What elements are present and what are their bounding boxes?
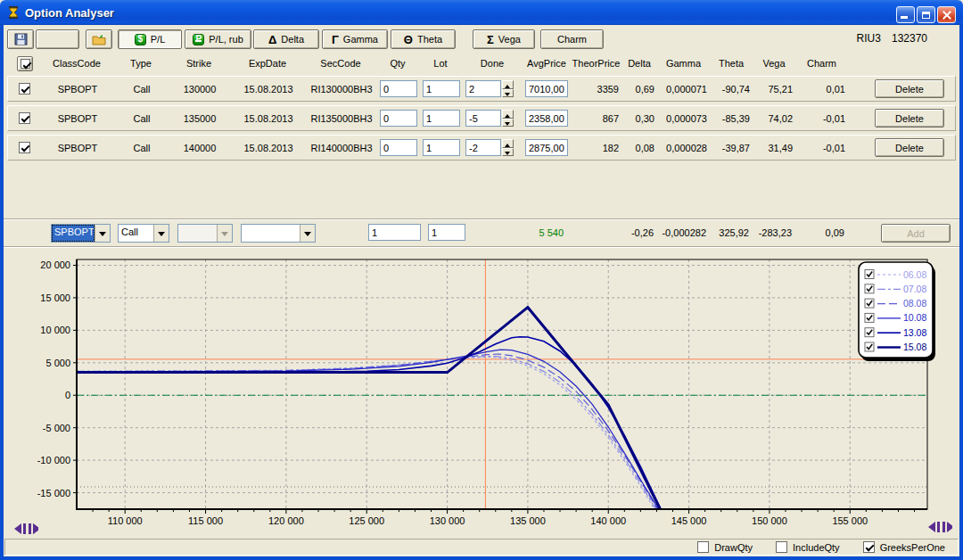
checkbox-greeksperone[interactable] xyxy=(863,541,875,553)
quote-price: 132370 xyxy=(892,32,927,45)
x-tick-label: 125 000 xyxy=(349,515,384,526)
open-folder-icon xyxy=(92,34,106,45)
classcode-select[interactable]: SPBOPT xyxy=(51,224,111,243)
cell-delta: 0,30 xyxy=(622,113,658,124)
add-button[interactable]: Add xyxy=(881,224,951,243)
gamma-icon: Γ xyxy=(332,34,339,45)
tab-vega[interactable]: ΣVega xyxy=(473,29,535,49)
add-qty-input[interactable] xyxy=(368,224,421,241)
spinner-down-icon[interactable] xyxy=(502,89,514,98)
window-border-bottom xyxy=(0,556,963,560)
x-tick-label: 120 000 xyxy=(268,515,304,526)
done-spinner[interactable] xyxy=(502,110,514,127)
open-folder-button[interactable] xyxy=(86,29,112,49)
y-tick-label: -10 000 xyxy=(37,455,70,465)
done-input[interactable] xyxy=(465,139,501,156)
app-icon xyxy=(6,5,21,20)
chevron-down-icon[interactable] xyxy=(300,225,315,242)
cell-vega: 75,21 xyxy=(753,84,796,95)
lot-input[interactable] xyxy=(423,110,460,127)
maximize-button[interactable] xyxy=(917,6,935,23)
done-input[interactable] xyxy=(465,110,501,127)
column-header-strike: Strike xyxy=(168,58,230,69)
done-spinner[interactable] xyxy=(502,80,514,97)
strike-value xyxy=(178,225,217,242)
spinner-up-icon[interactable] xyxy=(502,139,514,148)
scroll-right-icon[interactable] xyxy=(927,522,952,532)
select-all-checkbox[interactable] xyxy=(21,59,30,69)
statusbar-option-includeqty[interactable]: IncludeQty xyxy=(776,541,840,553)
add-lot-input[interactable] xyxy=(428,224,465,241)
qty-input[interactable] xyxy=(380,80,417,97)
tab-label: Delta xyxy=(281,34,304,45)
save-button[interactable] xyxy=(7,29,34,49)
spinner-up-icon[interactable] xyxy=(502,80,514,89)
avgprice-input[interactable] xyxy=(525,80,568,97)
status-bar: DrawQtyIncludeQtyGreeksPerOne xyxy=(4,539,959,556)
delete-button[interactable]: Delete xyxy=(875,79,944,98)
total-charm: 0,09 xyxy=(826,227,844,238)
qty-input[interactable] xyxy=(380,139,417,156)
y-tick-label: 15 000 xyxy=(40,292,70,303)
checkbox-label: GreeksPerOne xyxy=(880,542,945,553)
minimize-button[interactable] xyxy=(896,6,915,23)
done-input[interactable] xyxy=(465,80,501,97)
tab-gamma[interactable]: ΓGamma xyxy=(322,29,388,49)
statusbar-option-drawqty[interactable]: DrawQty xyxy=(697,541,753,553)
avgprice-input[interactable] xyxy=(525,110,568,127)
tab-label: Theta xyxy=(417,34,442,45)
title-bar[interactable]: Option Analyser xyxy=(0,0,963,25)
cell-theorprice: 867 xyxy=(572,113,622,124)
checkbox-includeqty[interactable] xyxy=(776,541,787,553)
qty-input[interactable] xyxy=(380,110,417,127)
tab-charm[interactable]: Charm xyxy=(540,29,604,49)
cell-gamma: 0,000073 xyxy=(658,113,711,124)
cell-vega: 74,02 xyxy=(753,113,796,124)
legend-label: 15.08 xyxy=(903,342,926,352)
column-header-lot: Lot xyxy=(419,58,462,69)
close-button[interactable] xyxy=(937,6,956,23)
tab-theta[interactable]: ΘTheta xyxy=(391,29,456,49)
row-checkbox-cell xyxy=(8,142,40,153)
total-theta: 325,92 xyxy=(719,227,749,238)
type-select[interactable]: Call xyxy=(118,224,169,243)
spinner-down-icon[interactable] xyxy=(502,119,514,128)
tab-delta[interactable]: ΔDelta xyxy=(253,29,319,49)
select-all-button[interactable] xyxy=(17,56,33,71)
x-tick-label: 150 000 xyxy=(752,515,787,526)
legend-label: 06.08 xyxy=(903,269,926,280)
scroll-left-icon[interactable] xyxy=(13,523,38,534)
table-row: SPBOPTCall13000015.08.2013RI130000BH3335… xyxy=(7,76,956,102)
total-gamma: -0,000282 xyxy=(662,227,706,238)
spinner-down-icon[interactable] xyxy=(502,148,514,157)
lot-input[interactable] xyxy=(423,80,460,97)
window-title: Option Analyser xyxy=(25,6,114,20)
total-delta: -0,26 xyxy=(631,227,654,238)
legend-label: 13.08 xyxy=(903,327,926,338)
row-checkbox[interactable] xyxy=(19,142,30,153)
y-tick-label: 0 xyxy=(65,390,70,400)
statusbar-option-greeksperone[interactable]: GreeksPerOne xyxy=(863,541,945,553)
chevron-down-icon xyxy=(217,225,232,242)
cell-theorprice: 3359 xyxy=(572,84,622,95)
lot-input[interactable] xyxy=(423,139,460,156)
chevron-down-icon[interactable] xyxy=(153,225,169,242)
legend-label: 08.08 xyxy=(903,298,926,309)
row-checkbox[interactable] xyxy=(19,112,30,124)
blank-button[interactable] xyxy=(36,29,79,49)
checkbox-drawqty[interactable] xyxy=(697,541,709,553)
delete-button[interactable]: Delete xyxy=(875,109,944,128)
spinner-up-icon[interactable] xyxy=(502,110,514,119)
cell-charm: -0,01 xyxy=(796,113,849,124)
delete-button[interactable]: Delete xyxy=(875,138,944,157)
cell-strike: 130000 xyxy=(169,84,231,95)
dollar-icon: $ xyxy=(135,34,146,45)
tab-p-l-rub[interactable]: PP/L, rub xyxy=(185,29,251,49)
row-checkbox[interactable] xyxy=(19,83,30,95)
avgprice-input[interactable] xyxy=(525,139,568,156)
tab-p-l[interactable]: $P/L xyxy=(118,29,182,49)
chevron-down-icon[interactable] xyxy=(95,225,110,242)
done-spinner[interactable] xyxy=(502,139,514,156)
seccode-select[interactable] xyxy=(241,224,316,243)
delta-icon: Δ xyxy=(268,34,276,45)
